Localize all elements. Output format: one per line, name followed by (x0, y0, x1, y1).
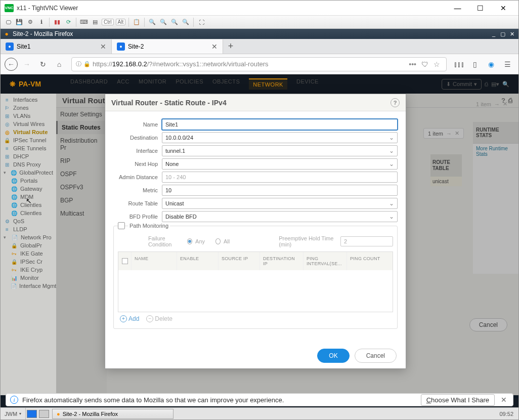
vnc-zoom-out-icon[interactable]: 🔍 (159, 18, 168, 27)
vnc-minimize-button[interactable]: — (446, 1, 469, 15)
routetable-label: Route Table (113, 200, 162, 206)
pm-col-name: NAME (132, 252, 177, 270)
vnc-options-icon[interactable]: ⚙ (26, 18, 35, 27)
vnc-cad-icon[interactable]: ⌨ (79, 18, 89, 27)
vnc-transfer-icon[interactable]: 📋 (132, 18, 141, 27)
browser-tab-site1[interactable]: ● Site1 ✕ (1, 39, 112, 54)
vnc-fullscreen-icon[interactable]: ⛶ (197, 18, 206, 27)
nexthop-select[interactable]: None (162, 158, 398, 170)
routetable-select[interactable]: Unicast (162, 198, 398, 209)
library-icon[interactable]: ⫿⫿⫿ (452, 57, 466, 71)
pm-select-all[interactable] (118, 252, 132, 270)
vnc-title: x11 - TightVNC Viewer (17, 5, 446, 12)
vnc-outer-window: VNC x11 - TightVNC Viewer — ☐ ✕ 🖵 💾 ⚙ ℹ … (0, 0, 519, 420)
bfd-select[interactable]: Disable BFD (162, 211, 398, 222)
vnc-zoom-auto-icon[interactable]: 🔍 (181, 18, 190, 27)
home-button[interactable]: ⌂ (52, 57, 66, 71)
tab-label: Site1 (17, 43, 97, 50)
url-bar[interactable]: ⓘ 🔒 https://192.168.0.2/?#network::vsys1… (71, 57, 447, 71)
modal-body: Name Site1 Destination 10.0.0.0/24 Inter… (105, 111, 406, 329)
path-monitoring-checkbox[interactable] (118, 222, 125, 229)
interface-select[interactable]: tunnel.1 (162, 145, 398, 156)
back-button[interactable]: ← (5, 58, 18, 71)
tab-close-icon[interactable]: ✕ (211, 43, 218, 51)
menu-button[interactable]: ☰ (500, 57, 514, 71)
separator (49, 18, 50, 27)
vnc-pause-icon[interactable]: ▮▮ (53, 18, 62, 27)
static-route-modal: Virtual Router - Static Route - IPv4 ? N… (105, 94, 406, 369)
vnc-ctrl-key[interactable]: Ctrl (102, 19, 114, 25)
modal-footer: OK Cancel (105, 343, 406, 368)
path-monitor-table: NAME ENABLE SOURCE IP DESTINATION IP PIN… (118, 251, 393, 312)
separator (128, 18, 129, 27)
account-icon[interactable]: ◉ (484, 57, 498, 71)
vnc-zoom-100-icon[interactable]: 🔍 (170, 18, 179, 27)
pm-table-head: NAME ENABLE SOURCE IP DESTINATION IP PIN… (118, 252, 393, 270)
vnc-new-conn-icon[interactable]: 🖵 (4, 18, 13, 27)
ff-minimize-button[interactable]: _ (489, 31, 498, 37)
vnc-ctrlesc-icon[interactable]: ▤ (91, 18, 100, 27)
admindist-input[interactable]: 10 - 240 (162, 172, 398, 183)
page-actions-icon[interactable]: ••• (407, 59, 418, 69)
url-actions: ••• 🛡 ☆ (407, 59, 442, 69)
vnc-close-button[interactable]: ✕ (492, 1, 514, 15)
notification-text: Firefox automatically sends some data to… (22, 396, 417, 404)
metric-input[interactable]: 10 (162, 185, 398, 196)
desktop-switch-1[interactable] (27, 410, 37, 418)
taskbar-task-firefox[interactable]: ● Site-2 - Mozilla Firefox (52, 409, 174, 419)
browser-tab-site2[interactable]: ● Site-2 ✕ (112, 39, 223, 54)
firefox-title: Site-2 - Mozilla Firefox (13, 30, 489, 37)
modal-titlebar[interactable]: Virtual Router - Static Route - IPv4 ? (105, 94, 406, 111)
firefox-navbar: ← → ↻ ⌂ ⓘ 🔒 https://192.168.0.2/?#networ… (1, 54, 518, 74)
failure-any-label: Any (195, 238, 205, 244)
pm-add-button[interactable]: +Add (120, 315, 139, 322)
pm-actions: +Add −Delete (118, 312, 393, 324)
vnc-info-icon[interactable]: ℹ (37, 18, 46, 27)
name-label: Name (113, 121, 162, 128)
lock-icon[interactable]: 🔒 (83, 61, 91, 67)
vnc-refresh-icon[interactable]: ⟳ (64, 18, 73, 27)
ff-maximize-button[interactable]: ▢ (498, 31, 507, 37)
vnc-content: ● Site-2 - Mozilla Firefox _ ▢ ✕ ● Site1… (1, 29, 518, 419)
tab-close-icon[interactable]: ✕ (100, 43, 106, 51)
modal-title: Virtual Router - Static Route - IPv4 (111, 99, 227, 107)
pm-delete-button[interactable]: −Delete (146, 315, 172, 322)
site-info-icon[interactable]: ⓘ (76, 60, 81, 68)
forward-button[interactable]: → (20, 57, 34, 71)
wm-menu[interactable]: JWM▾ (1, 408, 26, 419)
name-input[interactable]: Site1 (162, 119, 398, 130)
vnc-zoom-in-icon[interactable]: 🔍 (148, 18, 157, 27)
url-text: https://192.168.0.2/?#network::vsys1::ne… (93, 60, 405, 68)
cancel-button[interactable]: Cancel (355, 349, 397, 363)
vnc-app-icon: VNC (5, 4, 14, 12)
destination-input[interactable]: 10.0.0.0/24 (162, 132, 398, 143)
hold-time-input[interactable]: 2 (340, 236, 393, 246)
vnc-save-icon[interactable]: 💾 (15, 18, 24, 27)
page-content: ❋ PA-VM DASHBOARD ACC MONITOR POLICIES O… (1, 74, 518, 407)
ff-close-button[interactable]: ✕ (507, 31, 516, 37)
reload-button[interactable]: ↻ (36, 57, 50, 71)
tab-favicon: ● (117, 43, 125, 51)
tab-favicon: ● (6, 43, 14, 51)
notification-close-icon[interactable]: ✕ (499, 396, 509, 404)
failure-any-radio[interactable] (187, 238, 192, 244)
desktop-switch-2[interactable] (39, 410, 49, 418)
failure-all-radio[interactable] (215, 238, 221, 244)
separator (144, 18, 145, 27)
path-monitoring-section: Path Monitoring Failure Condition Any Al… (113, 226, 398, 329)
admindist-label: Admin Distance (113, 174, 162, 180)
modal-help-icon[interactable]: ? (391, 98, 400, 107)
path-monitoring-head: Path Monitoring (118, 222, 393, 229)
vnc-alt-key[interactable]: Alt (116, 19, 126, 25)
choose-share-button[interactable]: Choose What I Share (421, 394, 495, 406)
tracking-icon[interactable]: 🛡 (419, 59, 430, 69)
vnc-titlebar[interactable]: VNC x11 - TightVNC Viewer — ☐ ✕ (1, 1, 518, 16)
separator (76, 18, 76, 27)
nexthop-label: Next Hop (113, 161, 162, 167)
firefox-titlebar[interactable]: ● Site-2 - Mozilla Firefox _ ▢ ✕ (1, 29, 518, 39)
sidebar-icon[interactable]: ▯ (468, 57, 482, 71)
vnc-maximize-button[interactable]: ☐ (469, 1, 492, 15)
new-tab-button[interactable]: + (223, 39, 238, 54)
ok-button[interactable]: OK (317, 349, 349, 363)
bookmark-star-icon[interactable]: ☆ (431, 59, 442, 69)
